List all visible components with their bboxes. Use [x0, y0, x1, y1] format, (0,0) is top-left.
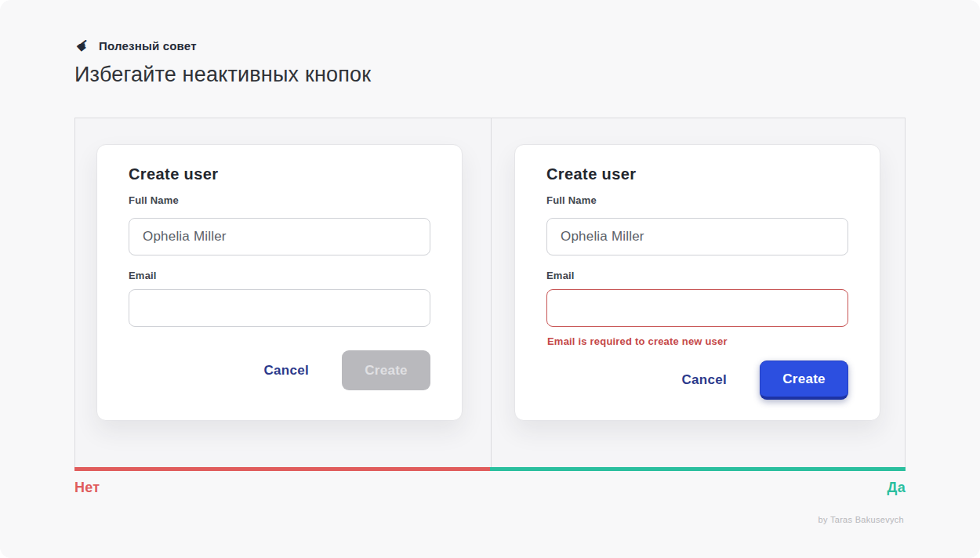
dialog-actions: Cancel Create — [681, 361, 848, 400]
author-credit: by Taras Bakusevych — [818, 515, 904, 524]
page-title: Избегайте неактивных кнопок — [74, 63, 371, 87]
full-name-input[interactable] — [129, 218, 430, 255]
tip-label: Полезный совет — [99, 39, 197, 53]
full-name-label: Full Name — [546, 194, 597, 206]
verdict-yes: Да — [887, 480, 906, 496]
dialog-title: Create user — [129, 165, 218, 183]
dialog-bad-example: Create user Full Name Email Cancel Creat… — [96, 144, 463, 421]
tip-graphic: ☛ Полезный совет Избегайте неактивных кн… — [0, 0, 980, 558]
cancel-button[interactable]: Cancel — [263, 363, 309, 379]
panel-divider — [491, 118, 492, 467]
tip-header: ☛ Полезный совет — [76, 38, 197, 53]
pointing-hand-icon: ☛ — [73, 35, 93, 56]
verdict-no: Нет — [74, 480, 100, 496]
email-input[interactable] — [129, 289, 430, 327]
create-button-disabled[interactable]: Create — [342, 350, 430, 390]
email-label: Email — [546, 270, 575, 281]
create-button-enabled[interactable]: Create — [760, 361, 848, 400]
dialog-title: Create user — [546, 165, 636, 183]
bad-accent-bar — [74, 467, 490, 471]
full-name-input[interactable] — [546, 218, 848, 255]
email-label: Email — [129, 270, 157, 281]
full-name-label: Full Name — [129, 194, 179, 206]
email-error-message: Email is required to create new user — [547, 335, 728, 347]
good-accent-bar — [490, 467, 906, 471]
dialog-good-example: Create user Full Name Email Email is req… — [514, 144, 880, 421]
cancel-button[interactable]: Cancel — [681, 372, 727, 388]
dialog-actions: Cancel Create — [263, 350, 430, 390]
email-input-invalid[interactable] — [546, 289, 848, 327]
